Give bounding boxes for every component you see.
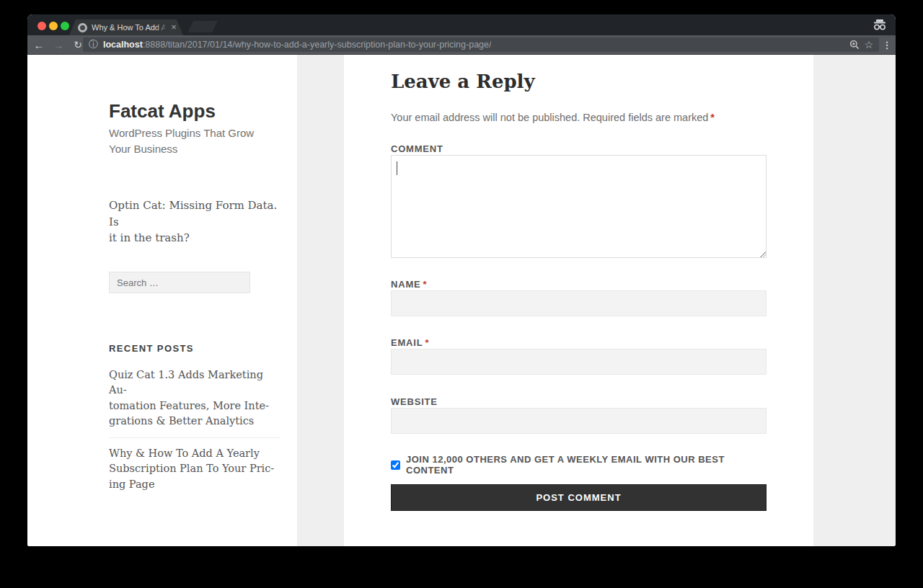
reply-notice: Your email address will not be published… — [391, 112, 715, 123]
search-input[interactable] — [109, 272, 250, 293]
required-asterisk: * — [425, 337, 429, 348]
email-field[interactable] — [391, 349, 767, 375]
name-field[interactable] — [391, 290, 767, 316]
back-icon[interactable]: ← — [32, 35, 46, 54]
tab-title-fade — [156, 19, 167, 35]
tab-close-icon[interactable]: × — [169, 22, 179, 32]
web-page: Fatcat Apps WordPress Plugins That Grow … — [27, 55, 896, 546]
text-caret — [397, 161, 397, 175]
comment-textarea[interactable] — [391, 155, 767, 258]
screenshot-root: { "browser": { "tab": { "title": "Why & … — [0, 0, 923, 588]
address-bar[interactable]: ⓘ localhost:8888/titan/2017/01/14/why-ho… — [83, 37, 879, 52]
recent-posts-heading: RECENT POSTS — [109, 343, 194, 354]
omnibox-icons: ☆ — [849, 39, 879, 50]
website-label: WEBSITE — [391, 396, 438, 407]
notice-text: Your email address will not be published… — [391, 112, 708, 123]
tab-title: Why & How To Add A Yearly Su — [92, 23, 165, 32]
site-favicon-icon — [78, 23, 87, 32]
page-info-icon[interactable]: ⓘ — [89, 38, 98, 51]
website-field[interactable] — [391, 408, 767, 434]
tab-strip: Why & How To Add A Yearly Su × — [27, 14, 896, 35]
site-title[interactable]: Fatcat Apps — [109, 100, 216, 122]
bookmark-star-icon[interactable]: ☆ — [864, 39, 873, 50]
forward-icon[interactable]: → — [51, 35, 66, 54]
recent-posts-list: Quiz Cat 1.3 Adds Marketing Au- tomation… — [109, 368, 281, 500]
name-label-text: NAME — [391, 279, 420, 290]
required-asterisk: * — [423, 279, 427, 290]
url-host: localhost — [103, 40, 143, 50]
newsletter-row: JOIN 12,000 OTHERS AND GET A WEEKLY EMAI… — [391, 454, 767, 476]
name-label: NAME* — [391, 279, 427, 290]
email-label: EMAIL* — [391, 337, 429, 348]
url-text: localhost:8888/titan/2017/01/14/why-how-… — [103, 40, 491, 50]
browser-menu-icon[interactable]: ⋮ — [881, 37, 893, 52]
recent-post-link[interactable]: Quiz Cat 1.3 Adds Marketing Au- tomation… — [109, 368, 281, 437]
newsletter-label[interactable]: JOIN 12,000 OTHERS AND GET A WEEKLY EMAI… — [406, 454, 767, 476]
zoom-icon[interactable] — [849, 40, 860, 50]
fullscreen-window-button[interactable] — [61, 22, 69, 30]
resize-handle-icon[interactable] — [760, 251, 766, 257]
sidebar: Fatcat Apps WordPress Plugins That Grow … — [27, 55, 297, 546]
site-tagline: WordPress Plugins That Grow Your Busines… — [109, 125, 282, 157]
new-tab-button[interactable] — [187, 21, 218, 32]
browser-tab[interactable]: Why & How To Add A Yearly Su × — [69, 19, 183, 35]
recent-post-link[interactable]: Why & How To Add A Yearly Subscription P… — [109, 437, 281, 500]
reply-heading: Leave a Reply — [391, 71, 535, 92]
comment-label: COMMENT — [391, 143, 443, 154]
url-path: :8888/titan/2017/01/14/why-how-to-add-a-… — [143, 40, 492, 50]
email-label-text: EMAIL — [391, 337, 423, 348]
browser-toolbar: ← → ↻ ⓘ localhost:8888/titan/2017/01/14/… — [27, 35, 896, 55]
close-window-button[interactable] — [37, 22, 46, 30]
minimize-window-button[interactable] — [49, 22, 58, 30]
required-asterisk: * — [710, 112, 715, 123]
sidebar-nav-link[interactable]: Optin Cat: Missing Form Data. Is it in t… — [109, 197, 282, 246]
incognito-icon — [873, 19, 887, 31]
newsletter-checkbox[interactable] — [391, 460, 400, 470]
browser-window: Why & How To Add A Yearly Su × ← → ↻ ⓘ l… — [27, 14, 896, 546]
post-comment-button[interactable]: POST COMMENT — [391, 484, 767, 511]
